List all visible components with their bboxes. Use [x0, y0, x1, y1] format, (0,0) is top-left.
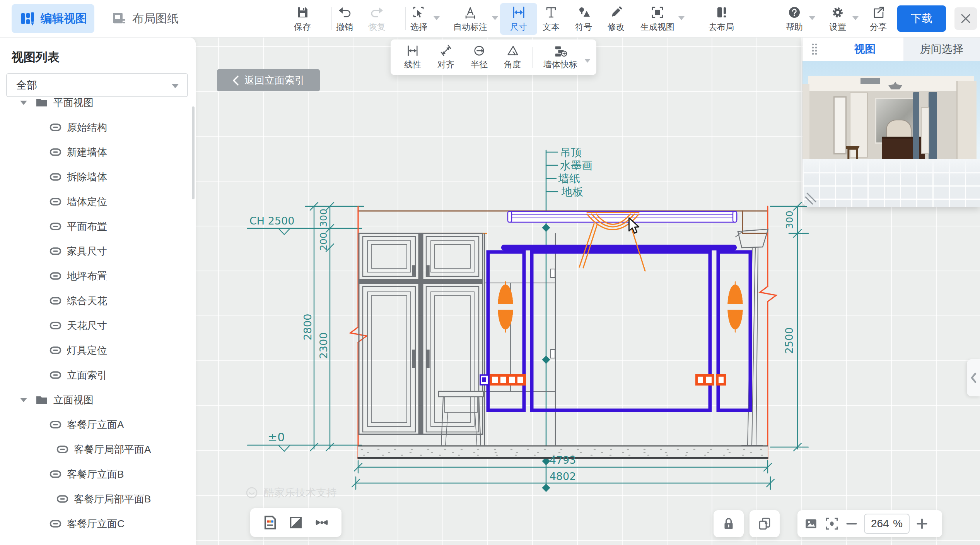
select-button[interactable]: 选择 — [400, 3, 437, 35]
modify-icon — [609, 5, 623, 19]
sidebar-scrollbar[interactable] — [192, 106, 195, 199]
dim-left-inner: 2300 — [318, 332, 330, 359]
wall-quick-dim-button[interactable]: 墙体快标 — [536, 42, 585, 73]
radius-dim-icon — [473, 44, 486, 57]
aligned-dim-button[interactable]: 对齐 — [429, 42, 463, 73]
share-button[interactable]: 分享 — [860, 3, 897, 35]
link-icon — [50, 321, 61, 330]
settings-icon — [831, 5, 845, 19]
leader-label-ceiling: 吊顶 — [560, 146, 582, 159]
zoom-value: 264 — [871, 518, 889, 530]
zoom-in-button[interactable] — [916, 518, 928, 530]
undo-button[interactable]: 撤销 — [326, 3, 363, 35]
zoom-unit: % — [893, 518, 903, 530]
duplicate-icon — [757, 516, 772, 531]
dropdown-caret-icon[interactable] — [584, 59, 591, 63]
link-icon — [50, 172, 61, 182]
sidebar-item-8[interactable]: 综合天花 — [0, 288, 191, 313]
preview-3d-view[interactable] — [802, 61, 980, 207]
sidebar-item-5[interactable]: 平面布置 — [0, 214, 191, 239]
settings-button[interactable]: 设置 — [819, 3, 856, 35]
linear-dim-icon — [406, 44, 419, 57]
dropdown-caret-icon[interactable] — [492, 16, 498, 20]
tab-edit-view[interactable]: 编辑视图 — [12, 4, 94, 33]
sidebar-item-3[interactable]: 拆除墙体 — [0, 165, 191, 189]
link-icon — [50, 247, 61, 256]
dropdown-caret-icon[interactable] — [434, 16, 440, 20]
caret-down-icon[interactable] — [20, 101, 27, 105]
sidebar-item-14[interactable]: 客餐厅局部平面A — [0, 437, 191, 462]
resize-handle-icon[interactable] — [804, 189, 820, 205]
dimension-button[interactable]: 尺寸 — [500, 3, 537, 35]
sidebar-item-folder-12[interactable]: 立面视图 — [0, 387, 191, 412]
preview-panel-header: 视图 房间选择 — [802, 38, 980, 61]
save-button[interactable]: 保存 — [284, 3, 321, 35]
zoom-level-input[interactable]: 264 % — [864, 514, 910, 534]
image-preview-button[interactable] — [804, 516, 818, 531]
link-icon — [56, 445, 68, 454]
sidebar-item-15[interactable]: 客餐厅立面B — [0, 462, 191, 487]
dropdown-caret-icon[interactable] — [809, 16, 815, 20]
drag-handle[interactable] — [802, 38, 826, 61]
dimension-sub-toolbar: 线性 对齐 半径 角度 — [391, 39, 596, 75]
tab-layout-sheets[interactable]: 布局图纸 — [111, 4, 179, 33]
material-doc-button[interactable] — [262, 515, 278, 530]
preview-ceiling — [808, 76, 974, 92]
view-filter-select[interactable]: 全部 — [6, 73, 188, 97]
sidebar-item-2[interactable]: 新建墙体 — [0, 140, 191, 165]
download-button[interactable]: 下载 — [897, 5, 946, 32]
top-toolbar: 编辑视图 布局图纸 保存 撤销 — [0, 0, 980, 38]
dim-right-a: 300 — [784, 211, 795, 229]
sidebar-item-4[interactable]: 墙体定位 — [0, 189, 191, 214]
text-button[interactable]: 文本 — [533, 3, 570, 35]
leader-label-floor: 地板 — [561, 185, 583, 198]
leader-label-painting: 水墨画 — [560, 159, 592, 172]
sidebar-item-folder-0[interactable]: 平面视图 — [0, 98, 191, 115]
share-icon — [871, 5, 885, 19]
link-icon — [50, 123, 61, 132]
expand-panel-tab[interactable] — [967, 359, 980, 396]
sidebar-item-1[interactable]: 原始结构 — [0, 115, 191, 140]
auto-annotate-button[interactable]: 自动标注 — [445, 3, 496, 35]
auto-fit-gear-button[interactable] — [314, 515, 330, 530]
dropdown-caret-icon[interactable] — [852, 16, 859, 20]
dropdown-caret-icon[interactable] — [678, 16, 685, 20]
help-icon — [787, 5, 801, 19]
sidebar-item-7[interactable]: 地坪布置 — [0, 264, 191, 288]
view-preview-panel: 视图 房间选择 — [802, 38, 980, 207]
dim-left-outer: 2800 — [302, 314, 314, 341]
fill-mode-button[interactable] — [288, 515, 304, 530]
help-button[interactable]: 帮助 — [776, 3, 813, 35]
link-icon — [50, 470, 61, 479]
sidebar-item-11[interactable]: 立面索引 — [0, 363, 191, 387]
select-icon — [412, 5, 426, 19]
linear-dim-button[interactable]: 线性 — [396, 42, 429, 73]
tab-room-select[interactable]: 房间选择 — [903, 38, 980, 61]
sidebar-item-10[interactable]: 灯具定位 — [0, 338, 191, 363]
redo-button[interactable]: 恢复 — [359, 3, 396, 35]
zoom-out-button[interactable] — [845, 518, 858, 530]
sidebar-item-16[interactable]: 客餐厅局部平面B — [0, 487, 191, 511]
level-label-zero: ±0 — [268, 430, 285, 444]
generate-view-button[interactable]: 生成视图 — [633, 3, 682, 35]
preview-side-cabinet — [921, 107, 929, 154]
radius-dim-button[interactable]: 半径 — [463, 42, 496, 73]
caret-down-icon[interactable] — [20, 398, 27, 402]
duplicate-view-button[interactable] — [750, 510, 780, 537]
sidebar-item-13[interactable]: 客餐厅立面A — [0, 412, 191, 437]
angle-dim-button[interactable]: 角度 — [496, 42, 529, 73]
modify-button[interactable]: 修改 — [598, 3, 635, 35]
sidebar-item-17[interactable]: 客餐厅立面C — [0, 511, 191, 536]
go-layout-button[interactable]: 去布局 — [703, 3, 740, 35]
close-button[interactable] — [954, 7, 977, 30]
symbol-button[interactable]: 符号 — [565, 3, 602, 35]
sidebar-item-6[interactable]: 家具尺寸 — [0, 239, 191, 264]
go-layout-icon — [714, 5, 728, 19]
back-to-elevation-index-button[interactable]: 返回立面索引 — [217, 69, 320, 91]
generate-view-icon — [650, 5, 664, 19]
fit-view-button[interactable] — [825, 516, 839, 531]
sidebar-item-9[interactable]: 天花尺寸 — [0, 313, 191, 338]
view-tree: 平面视图 原始结构 新建墙体 拆除墙体 墙体定位 平面布置 家具尺寸 地坪布置 … — [0, 98, 191, 545]
tab-view[interactable]: 视图 — [826, 38, 903, 61]
lock-view-button[interactable] — [714, 510, 744, 537]
